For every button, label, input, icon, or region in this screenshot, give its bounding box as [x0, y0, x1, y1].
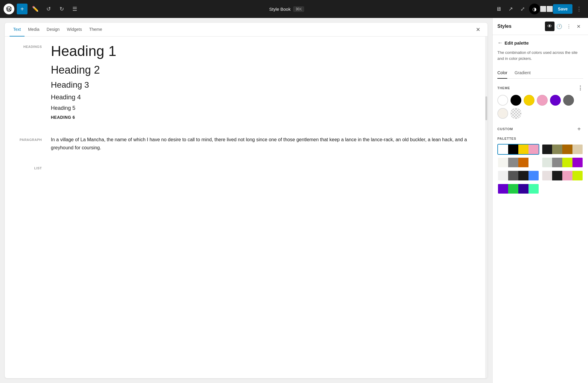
- palette-tab-color[interactable]: Color: [497, 67, 507, 79]
- heading-6: HEADING 6: [51, 115, 480, 120]
- heading-1: Heading 1: [51, 42, 480, 60]
- add-button[interactable]: +: [17, 4, 28, 14]
- palette-description: The combination of colors used across th…: [497, 50, 583, 61]
- menu-button[interactable]: ☰: [69, 4, 80, 14]
- sidebar-header: Styles 👁 🕐 ⋮ ✕: [493, 18, 588, 35]
- headings-label: HEADINGS: [12, 42, 42, 124]
- palettes-grid-3: [497, 170, 583, 181]
- palette-tabs: Color Gradient: [497, 67, 583, 79]
- color-swatch-purple[interactable]: [550, 95, 561, 106]
- palette-item-4[interactable]: [497, 170, 539, 181]
- list-label: LIST: [12, 164, 42, 170]
- palette-item-5[interactable]: [542, 170, 584, 181]
- more-options-button[interactable]: ⋮: [574, 4, 584, 14]
- color-swatch-gray[interactable]: [563, 95, 574, 106]
- close-stylebook-button[interactable]: ✕: [473, 25, 483, 34]
- list-content: [51, 164, 480, 170]
- main-content: Text Media Design Widgets Theme ✕ HEADIN…: [0, 18, 588, 383]
- paragraph-label: PARAGRAPH: [12, 136, 42, 152]
- top-bar: + ✏️ ↺ ↻ ☰ Style Book ⌘K 🖥 ↗ ⤢ ◑ ⬜⬜ Save…: [0, 0, 588, 18]
- style-book-label: Style Book: [269, 7, 291, 12]
- center-area: Style Book ⌘K: [83, 6, 491, 12]
- palette-item-6[interactable]: [497, 183, 539, 194]
- palette-item-1[interactable]: [542, 144, 584, 155]
- styles-close-button[interactable]: ✕: [574, 22, 583, 31]
- color-swatch-light[interactable]: [497, 108, 508, 119]
- heading-2: Heading 2: [51, 63, 480, 76]
- desktop-view-button[interactable]: 🖥: [493, 4, 504, 14]
- scrollbar-track[interactable]: [485, 37, 488, 378]
- heading-4: Heading 4: [51, 93, 480, 101]
- color-swatch-yellow[interactable]: [524, 95, 534, 106]
- right-tools: 🖥 ↗ ⤢ ◑ ⬜⬜ Save ⋮: [493, 4, 584, 14]
- tabs-container: Text Media Design Widgets Theme ✕ HEADIN…: [5, 23, 488, 378]
- back-row[interactable]: ← Edit palette: [497, 40, 583, 46]
- resize-button[interactable]: ⤢: [517, 4, 528, 14]
- palettes-section-title: PALETTES: [497, 137, 583, 140]
- sidebar: Styles 👁 🕐 ⋮ ✕ ← Edit palette The combin…: [492, 18, 588, 383]
- undo-button[interactable]: ↺: [43, 4, 54, 14]
- palettes-grid: [497, 144, 583, 155]
- styles-more-button[interactable]: ⋮: [564, 22, 574, 31]
- tabs-header: Text Media Design Widgets Theme ✕: [5, 23, 488, 37]
- paragraph-content: In a village of La Mancha, the name of w…: [51, 136, 480, 152]
- save-button[interactable]: Save: [553, 4, 572, 14]
- theme-section-title: THEME ⋮: [497, 85, 583, 91]
- theme-more-button[interactable]: ⋮: [578, 85, 583, 91]
- tab-widgets[interactable]: Widgets: [63, 23, 86, 37]
- split-view-button[interactable]: ⬜⬜: [541, 4, 552, 14]
- palette-tab-gradient[interactable]: Gradient: [514, 67, 531, 79]
- palettes-grid-4: [497, 183, 583, 194]
- sidebar-title: Styles: [497, 24, 545, 29]
- styles-preview-button[interactable]: 👁: [545, 22, 555, 31]
- style-book-panel: Text Media Design Widgets Theme ✕ HEADIN…: [0, 18, 492, 383]
- scrollbar-thumb: [485, 96, 487, 120]
- tab-content: HEADINGS Heading 1 Heading 2 Heading 3 H…: [5, 37, 488, 378]
- tab-design[interactable]: Design: [43, 23, 63, 37]
- theme-color-grid: [497, 95, 583, 119]
- styles-history-button[interactable]: 🕐: [555, 22, 564, 31]
- back-arrow-icon: ←: [497, 40, 503, 46]
- headings-section: HEADINGS Heading 1 Heading 2 Heading 3 H…: [12, 42, 480, 124]
- edit-icon-btn[interactable]: ✏️: [30, 4, 41, 14]
- color-swatch-pink[interactable]: [537, 95, 548, 106]
- heading-5: Heading 5: [51, 105, 480, 112]
- headings-content: Heading 1 Heading 2 Heading 3 Heading 4 …: [51, 42, 480, 124]
- tab-theme[interactable]: Theme: [86, 23, 106, 37]
- custom-label: CUSTOM: [497, 127, 513, 131]
- paragraph-section: PARAGRAPH In a village of La Mancha, the…: [12, 136, 480, 152]
- palette-item-2[interactable]: [497, 157, 539, 168]
- wp-logo: [4, 4, 14, 14]
- color-swatch-white[interactable]: [497, 95, 508, 106]
- external-link-button[interactable]: ↗: [505, 4, 516, 14]
- custom-section: CUSTOM +: [497, 125, 583, 133]
- color-swatch-checkered[interactable]: [511, 108, 521, 119]
- redo-button[interactable]: ↻: [56, 4, 67, 14]
- list-section: LIST: [12, 164, 480, 170]
- heading-3: Heading 3: [51, 80, 480, 90]
- keyboard-shortcut: ⌘K: [293, 6, 304, 12]
- dark-mode-toggle[interactable]: ◑: [529, 4, 540, 14]
- edit-palette-title: Edit palette: [505, 40, 529, 45]
- sidebar-body: ← Edit palette The combination of colors…: [493, 35, 588, 383]
- palette-item-3[interactable]: [542, 157, 584, 168]
- tab-media[interactable]: Media: [25, 23, 43, 37]
- palette-item-0[interactable]: [497, 144, 539, 155]
- tab-text[interactable]: Text: [10, 23, 25, 37]
- paragraph-text: In a village of La Mancha, the name of w…: [51, 136, 480, 152]
- add-custom-color-button[interactable]: +: [575, 125, 583, 133]
- palettes-grid-2: [497, 157, 583, 168]
- color-swatch-black[interactable]: [511, 95, 521, 106]
